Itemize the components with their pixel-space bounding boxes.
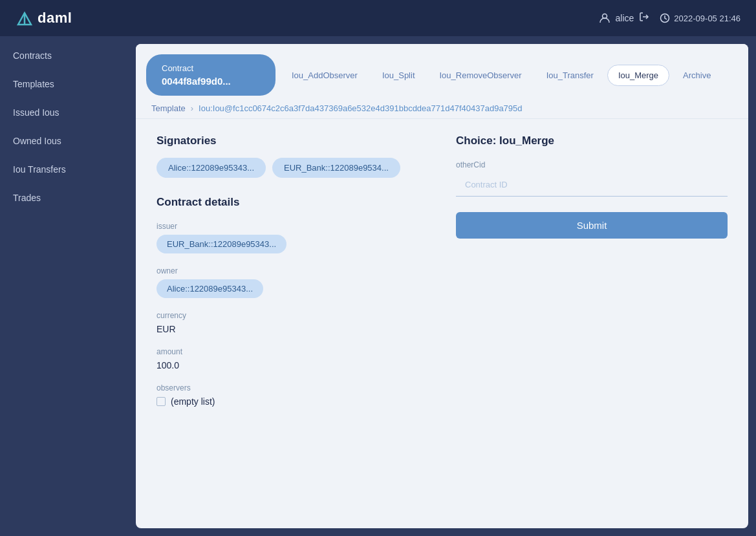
tab-iou-merge[interactable]: Iou_Merge <box>607 65 669 86</box>
field-owner-value: Alice::122089e95343... <box>157 279 263 298</box>
field-issuer-label: issuer <box>157 222 430 231</box>
empty-list-checkbox <box>157 397 166 406</box>
logo-area: daml <box>16 9 72 27</box>
logo: daml <box>16 9 72 27</box>
contract-badge-title: Contract <box>162 63 260 73</box>
contract-details: Contract details issuer EUR_Bank::122089… <box>157 196 430 407</box>
details-title: Contract details <box>157 196 430 209</box>
field-issuer-value: EUR_Bank::122089e95343... <box>157 235 286 253</box>
logout-icon[interactable] <box>639 12 649 25</box>
field-owner: owner Alice::122089e95343... <box>157 266 430 298</box>
field-observers: observers (empty list) <box>157 383 430 407</box>
content-area: Contract 0044f8af99d0... Iou_AddObserver… <box>136 44 748 528</box>
sidebar-item-templates[interactable]: Templates <box>0 70 136 98</box>
tab-iou-split[interactable]: Iou_Split <box>371 65 426 86</box>
user-icon <box>599 12 610 24</box>
field-currency: currency EUR <box>157 311 430 334</box>
signatories-row: Alice::122089e95343... EUR_Bank::122089e… <box>157 158 430 178</box>
form-label-other-cid: otherCid <box>456 160 728 169</box>
empty-list-container: (empty list) <box>157 396 430 407</box>
main-layout: Contracts Templates Issued Ious Owned Io… <box>0 36 756 536</box>
other-cid-input[interactable] <box>456 173 728 197</box>
tab-archive[interactable]: Archive <box>672 65 722 86</box>
breadcrumb-link[interactable]: Iou:Iou@fc1cc0674c2c6a3f7da437369a6e532e… <box>199 103 522 113</box>
submit-button[interactable]: Submit <box>456 212 728 239</box>
clock-icon <box>660 13 670 23</box>
breadcrumb: Template › Iou:Iou@fc1cc0674c2c6a3f7da43… <box>136 96 748 119</box>
contract-header: Contract 0044f8af99d0... Iou_AddObserver… <box>136 44 748 96</box>
signatory-badge-alice: Alice::122089e95343... <box>157 158 266 178</box>
choice-title: Choice: Iou_Merge <box>456 134 728 147</box>
sidebar-item-owned-ious[interactable]: Owned Ious <box>0 127 136 155</box>
field-observers-label: observers <box>157 383 430 392</box>
field-observers-value: (empty list) <box>171 396 215 407</box>
field-currency-label: currency <box>157 311 430 320</box>
signatory-badge-eur-bank: EUR_Bank::122089e9534... <box>272 158 400 178</box>
sidebar-item-issued-ious[interactable]: Issued Ious <box>0 98 136 127</box>
contract-id-badge: Contract 0044f8af99d0... <box>146 54 275 96</box>
datetime-text: 2022-09-05 21:46 <box>674 14 740 23</box>
breadcrumb-separator: › <box>191 103 193 113</box>
username: alice <box>616 13 634 23</box>
contract-badge-id: 0044f8af99d0... <box>162 76 260 87</box>
field-owner-label: owner <box>157 266 430 275</box>
tab-iou-add-observer[interactable]: Iou_AddObserver <box>281 65 369 86</box>
field-issuer: issuer EUR_Bank::122089e95343... <box>157 222 430 253</box>
sidebar-item-trades[interactable]: Trades <box>0 184 136 212</box>
user-area: alice <box>599 12 650 25</box>
tabs-area: Iou_AddObserver Iou_Split Iou_RemoveObse… <box>275 65 727 86</box>
sidebar-item-iou-transfers[interactable]: Iou Transfers <box>0 155 136 184</box>
sidebar-item-contracts[interactable]: Contracts <box>0 41 136 70</box>
tab-iou-remove-observer[interactable]: Iou_RemoveObserver <box>429 65 533 86</box>
field-currency-value: EUR <box>157 324 430 334</box>
datetime-area: 2022-09-05 21:46 <box>660 13 740 23</box>
logo-icon <box>16 9 34 27</box>
sidebar: Contracts Templates Issued Ious Owned Io… <box>0 36 136 536</box>
tab-iou-transfer[interactable]: Iou_Transfer <box>535 65 605 86</box>
left-panel: Signatories Alice::122089e95343... EUR_B… <box>157 134 430 513</box>
form-group-other-cid: otherCid <box>456 160 728 197</box>
app-header: daml alice 2022-09-05 21:46 <box>0 0 756 36</box>
main-content: Signatories Alice::122089e95343... EUR_B… <box>136 119 748 528</box>
signatories-title: Signatories <box>157 134 430 147</box>
field-amount: amount 100.0 <box>157 347 430 370</box>
logo-text: daml <box>38 10 72 27</box>
breadcrumb-template-label: Template <box>151 103 186 113</box>
header-right: alice 2022-09-05 21:46 <box>599 12 740 25</box>
field-amount-value: 100.0 <box>157 360 430 370</box>
right-panel: Choice: Iou_Merge otherCid Submit <box>456 134 728 513</box>
field-amount-label: amount <box>157 347 430 356</box>
